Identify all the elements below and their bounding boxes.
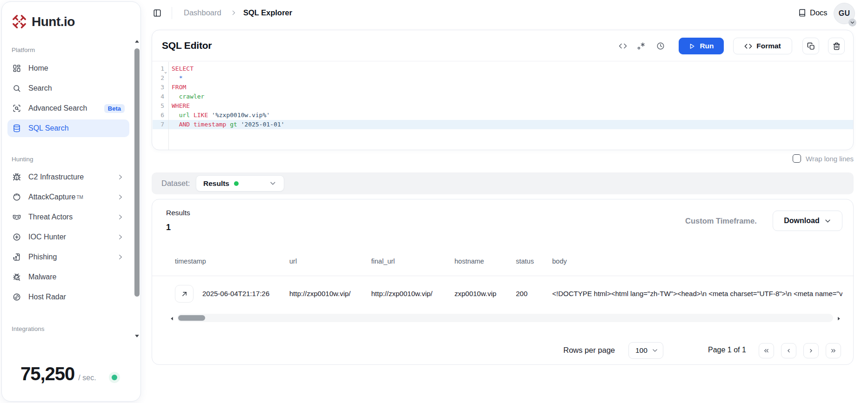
- nav-section-hunting: Hunting: [12, 156, 33, 163]
- wrap-long-lines-checkbox[interactable]: [793, 154, 801, 163]
- copy-icon: [807, 42, 815, 50]
- hscroll-track[interactable]: [177, 314, 833, 322]
- chevron-down-icon: [850, 20, 855, 25]
- sidebar-item-label: AttackCapture: [28, 193, 75, 201]
- logo-text: Hunt.io: [32, 14, 75, 29]
- sidebar: Hunt.io Platform Home Search Advanced Se…: [1, 1, 141, 402]
- nav-section-integrations: Integrations: [12, 325, 45, 332]
- sidebar-item-label: Home: [28, 64, 48, 73]
- cell-body: <!DOCTYPE html><html lang="zh-TW"><head>…: [552, 290, 842, 297]
- breadcrumb-dashboard[interactable]: Dashboard: [184, 8, 221, 17]
- scrollbar-up-arrow[interactable]: [134, 39, 140, 45]
- hscroll-right-arrow[interactable]: [836, 316, 841, 322]
- chevron-right-icon: [117, 234, 124, 240]
- database-icon: [13, 124, 21, 132]
- code-line-3: FROM: [172, 83, 285, 92]
- column-header-body[interactable]: body: [552, 258, 567, 265]
- wrap-long-lines-control: Wrap long lines: [793, 154, 854, 163]
- logo[interactable]: Hunt.io: [11, 13, 75, 30]
- hunt-logo-icon: [11, 13, 27, 30]
- regex-icon[interactable]: [637, 42, 645, 50]
- code-line-7: AND timestamp gt '2025-01-01': [172, 120, 285, 129]
- custom-timeframe-link[interactable]: Custom Timeframe.: [685, 217, 757, 225]
- download-button[interactable]: Download: [773, 211, 842, 231]
- delete-button[interactable]: [828, 38, 845, 54]
- rate-value: 75,250: [20, 363, 74, 384]
- cell-url: http://zxp0010w.vip/: [289, 290, 351, 297]
- sidebar-item-attackcapture[interactable]: AttackCaptureTM: [7, 188, 129, 206]
- capture-icon: [13, 193, 21, 201]
- page-info: Page 1 of 1: [708, 346, 746, 354]
- cell-hostname: zxp0010w.vip: [454, 290, 496, 297]
- sidebar-item-home[interactable]: Home: [7, 59, 129, 77]
- history-clock-icon[interactable]: [656, 42, 665, 50]
- cell-final-url: http://zxp0010w.vip/: [371, 290, 433, 297]
- docs-label: Docs: [810, 8, 828, 17]
- sidebar-item-label: IOC Hunter: [28, 233, 66, 241]
- sidebar-item-ioc-hunter[interactable]: IOC Hunter: [7, 228, 129, 246]
- format-button[interactable]: Format: [733, 38, 792, 54]
- line-number: 2: [160, 73, 164, 83]
- wrap-long-lines-label: Wrap long lines: [806, 155, 854, 163]
- scrollbar-down-arrow[interactable]: [134, 333, 140, 339]
- circle-plus-icon: [13, 233, 21, 241]
- fold-caret-icon[interactable]: ⌄: [164, 69, 167, 74]
- rate-stats: 75,250 / sec.: [20, 363, 96, 384]
- next-page-button[interactable]: [803, 343, 819, 358]
- sidebar-item-label: Malware: [28, 273, 56, 281]
- beta-badge: Beta: [104, 104, 125, 113]
- docs-link[interactable]: Docs: [798, 8, 828, 17]
- prev-page-button[interactable]: [781, 343, 796, 358]
- sidebar-item-label: Advanced Search: [28, 104, 87, 112]
- arrow-up-right-icon: [181, 291, 188, 297]
- code-icon: [744, 42, 752, 50]
- sidebar-item-host-radar[interactable]: Host Radar: [7, 288, 129, 306]
- column-header-hostname[interactable]: hostname: [454, 258, 484, 265]
- sidebar-item-sql-search[interactable]: SQL Search: [7, 119, 129, 137]
- results-count: 1: [166, 223, 171, 232]
- sidebar-item-c2-infrastructure[interactable]: C2 Infrastructure: [7, 168, 129, 186]
- line-number: 5: [160, 101, 164, 111]
- sql-code-editor[interactable]: 1234567 ⌄ SELECT *FROM crawlerWHERE url …: [152, 64, 853, 152]
- dataset-label: Dataset:: [161, 179, 190, 188]
- sidebar-item-phishing[interactable]: Phishing: [7, 248, 129, 266]
- sidebar-item-advanced-search[interactable]: Advanced Search Beta: [7, 99, 129, 117]
- dataset-status-dot: [234, 181, 239, 186]
- scan-search-icon: [13, 104, 21, 112]
- hscroll-thumb[interactable]: [178, 315, 205, 321]
- trademark-sup: TM: [76, 195, 83, 200]
- chevron-right-icon: [808, 347, 815, 354]
- column-header-url[interactable]: url: [289, 258, 297, 265]
- hook-icon: [13, 253, 21, 261]
- dataset-bar: Dataset: Results: [152, 172, 854, 194]
- expand-row-button[interactable]: [175, 285, 194, 303]
- dataset-select[interactable]: Results: [196, 175, 284, 192]
- hscroll-left-arrow[interactable]: [169, 316, 174, 322]
- chevron-right-icon: [117, 194, 124, 200]
- breadcrumb-current: SQL Explorer: [243, 8, 292, 17]
- avatar-dropdown-badge[interactable]: [848, 19, 856, 26]
- results-title: Results: [166, 209, 190, 217]
- sql-editor-title: SQL Editor: [162, 40, 212, 51]
- copy-button[interactable]: [802, 38, 819, 54]
- sidebar-item-malware[interactable]: Malware: [7, 268, 129, 286]
- chevron-right-icon: [117, 254, 124, 260]
- bug-icon: [13, 173, 21, 181]
- column-header-status[interactable]: status: [516, 258, 534, 265]
- column-header-final-url[interactable]: final_url: [371, 258, 395, 265]
- sidebar-item-search[interactable]: Search: [7, 79, 129, 97]
- scrollbar-thumb[interactable]: [134, 48, 140, 297]
- rows-per-page-select[interactable]: 100: [628, 342, 663, 359]
- sidebar-toggle-icon[interactable]: [153, 9, 161, 17]
- first-page-button[interactable]: [759, 343, 774, 358]
- code-icon[interactable]: [619, 42, 627, 50]
- table-header-border: [152, 276, 854, 276]
- book-icon: [798, 8, 806, 17]
- last-page-button[interactable]: [826, 343, 841, 358]
- run-button[interactable]: Run: [679, 38, 724, 54]
- column-header-timestamp[interactable]: timestamp: [175, 258, 206, 265]
- code-line-4: crawler: [172, 92, 285, 101]
- chevron-down-icon: [269, 180, 276, 187]
- line-number: 4: [160, 92, 164, 101]
- sidebar-item-threat-actors[interactable]: Threat Actors: [7, 208, 129, 226]
